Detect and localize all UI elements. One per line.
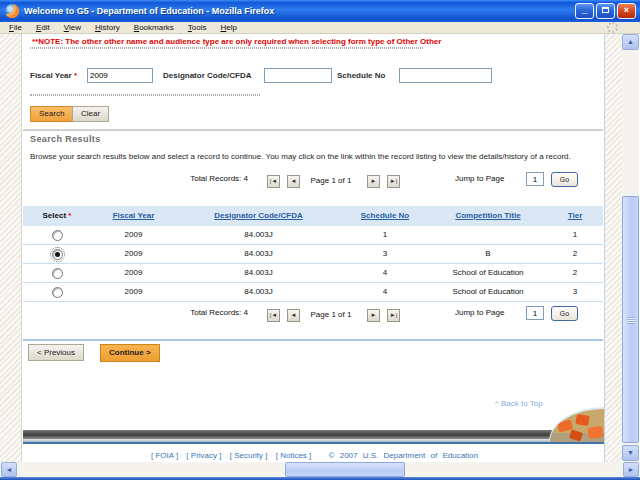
copyright-text: © 2007 U.S. Department of Education — [329, 451, 478, 460]
foia-link[interactable]: [ FOIA ] — [151, 451, 178, 460]
next-page-icon: ► — [371, 312, 377, 318]
required-asterisk: * — [74, 71, 77, 80]
vertical-scrollbar[interactable]: ▲ ▼ — [622, 34, 639, 462]
last-page-icon: ►| — [390, 178, 398, 184]
scroll-up-button[interactable]: ▲ — [622, 34, 639, 50]
fiscal-year-label: Fiscal Year * — [30, 71, 77, 80]
arrow-right-icon: ► — [628, 466, 635, 473]
first-page-icon: |◄ — [270, 312, 278, 318]
section-divider — [23, 339, 603, 341]
header-select: Select * — [23, 206, 91, 226]
next-page-button[interactable]: ► — [367, 175, 380, 188]
vertical-scroll-thumb[interactable] — [622, 196, 639, 443]
designator-code-input[interactable] — [264, 68, 332, 83]
continue-button[interactable]: Continue > — [100, 344, 160, 362]
table-row: 2009 84.003J 4 School of Education 3 — [23, 283, 603, 302]
fiscal-year-input[interactable] — [87, 68, 153, 83]
right-margin-stripes — [604, 34, 622, 462]
previous-button[interactable]: < Previous — [28, 344, 84, 361]
last-page-button[interactable]: ►| — [387, 309, 400, 322]
scroll-down-button[interactable]: ▼ — [622, 445, 639, 461]
required-asterisk: * — [68, 211, 71, 220]
dotted-divider — [30, 94, 260, 96]
minimize-icon: _ — [576, 4, 593, 13]
table-row: 2009 84.003J 3 B 2 — [23, 245, 603, 264]
schedule-no-label: Schedule No — [337, 71, 385, 80]
menu-item-help[interactable]: Help — [214, 23, 244, 32]
required-note: **NOTE: The other other name and audienc… — [32, 37, 441, 46]
close-icon: × — [624, 5, 629, 15]
restore-button[interactable] — [596, 3, 615, 19]
horizontal-scroll-thumb[interactable] — [285, 462, 405, 477]
table-row: 2009 84.003J 4 School of Education 2 — [23, 264, 603, 283]
privacy-link[interactable]: [ Privacy ] — [186, 451, 221, 460]
restore-icon — [602, 7, 609, 13]
jump-to-page-input[interactable] — [526, 306, 544, 320]
header-competition-title[interactable]: Competition Title — [429, 206, 547, 226]
go-button[interactable]: Go — [551, 306, 578, 321]
designator-code-label: Designator Code/CFDA — [163, 71, 251, 80]
header-fiscal-year[interactable]: Fiscal Year — [91, 206, 176, 226]
scroll-right-button[interactable]: ► — [623, 462, 639, 477]
select-radio[interactable] — [52, 249, 63, 260]
select-radio[interactable] — [52, 230, 63, 241]
search-results-heading: Search Results — [30, 134, 101, 144]
next-page-button[interactable]: ► — [367, 309, 380, 322]
page-content: **NOTE: The other other name and audienc… — [0, 34, 622, 462]
classroom-photo — [549, 407, 604, 442]
schedule-no-input[interactable] — [399, 68, 492, 83]
menu-item-bookmarks[interactable]: Bookmarks — [127, 23, 181, 32]
next-page-icon: ► — [371, 178, 377, 184]
first-page-button[interactable]: |◄ — [267, 309, 280, 322]
select-radio[interactable] — [52, 268, 63, 279]
pagination-top: Total Records: 4 |◄ ◄ Page 1 of 1 ► ►| J… — [23, 170, 603, 192]
clear-button[interactable]: Clear — [72, 106, 109, 122]
cell-competition-title: School of Education — [429, 283, 547, 305]
jump-to-page-label: Jump to Page — [455, 174, 504, 183]
jump-to-page-input[interactable] — [526, 172, 544, 186]
window-controls: _ × — [575, 3, 636, 19]
scroll-left-button[interactable]: ◄ — [1, 462, 17, 477]
window-titlebar[interactable]: Welcome to G5 - Department of Education … — [0, 0, 640, 22]
back-to-top-link[interactable]: ^ Back to Top — [495, 399, 543, 408]
horizontal-scrollbar[interactable]: ◄ ► — [0, 462, 640, 477]
first-page-icon: |◄ — [270, 178, 278, 184]
left-margin-stripes — [0, 34, 22, 462]
search-button[interactable]: Search — [30, 106, 73, 122]
header-tier[interactable]: Tier — [547, 206, 603, 226]
header-schedule-no[interactable]: Schedule No — [341, 206, 429, 226]
arrow-left-icon: ◄ — [6, 466, 13, 473]
menu-item-history[interactable]: History — [88, 23, 127, 32]
results-instructions: Browse your search results below and sel… — [30, 152, 590, 161]
firefox-window: Welcome to G5 - Department of Education … — [0, 0, 640, 480]
select-radio[interactable] — [52, 287, 63, 298]
prev-page-icon: ◄ — [291, 178, 297, 184]
dotted-divider — [30, 47, 423, 49]
table-row: 2009 84.003J 1 1 — [23, 226, 603, 245]
cell-tier: 3 — [547, 283, 603, 305]
menu-item-view[interactable]: View — [57, 23, 88, 32]
prev-page-icon: ◄ — [291, 312, 297, 318]
close-button[interactable]: × — [617, 3, 636, 19]
minimize-button[interactable]: _ — [575, 3, 594, 19]
last-page-button[interactable]: ►| — [387, 175, 400, 188]
menu-item-tools[interactable]: Tools — [181, 23, 214, 32]
arrow-up-icon: ▲ — [627, 38, 634, 45]
first-page-button[interactable]: |◄ — [267, 175, 280, 188]
notices-link[interactable]: [ Notices ] — [276, 451, 312, 460]
footer-blue-line — [23, 442, 604, 444]
total-records: Total Records: 4 — [118, 174, 248, 183]
menu-item-edit[interactable]: Edit — [29, 23, 57, 32]
header-designator-code[interactable]: Designator Code/CFDA — [176, 206, 341, 226]
menu-bar: File Edit View History Bookmarks Tools H… — [0, 22, 640, 34]
go-button[interactable]: Go — [551, 172, 578, 187]
last-page-icon: ►| — [390, 312, 398, 318]
footer-links: [ FOIA ] [ Privacy ] [ Security ] [ Noti… — [23, 451, 603, 460]
page-indicator: Page 1 of 1 — [299, 176, 363, 185]
total-records: Total Records: 4 — [118, 308, 248, 317]
pagination-bottom: Total Records: 4 |◄ ◄ Page 1 of 1 ► ►| J… — [23, 304, 603, 326]
security-link[interactable]: [ Security ] — [230, 451, 268, 460]
menu-item-file[interactable]: File — [2, 23, 29, 32]
section-divider — [23, 129, 603, 131]
cell-fiscal-year: 2009 — [91, 283, 176, 305]
